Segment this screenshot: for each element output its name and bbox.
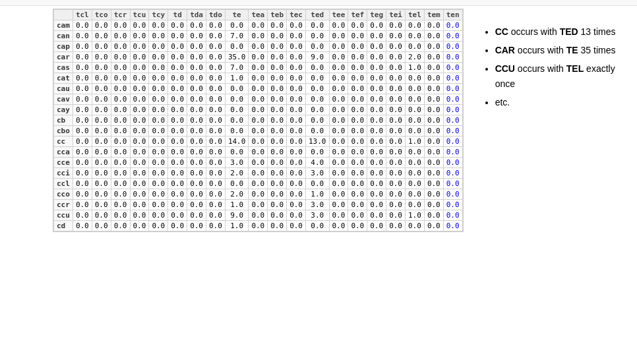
cell-12-12: 0.0	[287, 147, 306, 158]
cell-15-3: 0.0	[111, 179, 130, 189]
cell-19-18: 0.0	[406, 221, 425, 231]
cell-17-13: 3.0	[306, 200, 330, 210]
cell-16-14: 0.0	[329, 189, 348, 200]
cell-13-19: 0.0	[424, 158, 443, 168]
cell-17-8: 0.0	[206, 200, 226, 210]
bullet-item-0: CC occurs with TED 13 times	[495, 24, 617, 40]
cell-9-6: 0.0	[168, 115, 187, 126]
cell-4-1: 0.0	[73, 63, 92, 73]
cell-10-8: 0.0	[206, 126, 226, 136]
cell-15-13: 0.0	[306, 179, 330, 189]
cell-0-14: 0.0	[329, 20, 348, 31]
cell-12-6: 0.0	[168, 147, 187, 158]
cell-14-14: 0.0	[329, 168, 348, 179]
col-header-tda: tda	[187, 10, 206, 20]
col-header-td: td	[168, 10, 187, 20]
row-label: cat	[54, 73, 73, 84]
row-label: cc	[54, 136, 73, 147]
cell-16-12: 0.0	[287, 189, 306, 200]
cell-10-5: 0.0	[149, 126, 168, 136]
cell-5-5: 0.0	[149, 73, 168, 84]
cell-11-6: 0.0	[168, 136, 187, 147]
cell-16-16: 0.0	[367, 189, 386, 200]
cell-12-2: 0.0	[92, 147, 111, 158]
cell-14-11: 0.0	[268, 168, 287, 179]
cell-2-18: 0.0	[406, 42, 425, 52]
cell-7-9: 0.0	[225, 94, 249, 105]
cell-7-1: 0.0	[73, 94, 92, 105]
cell-9-8: 0.0	[206, 115, 226, 126]
cell-15-15: 0.0	[348, 179, 367, 189]
cell-1-5: 0.0	[149, 31, 168, 42]
cell-9-5: 0.0	[149, 115, 168, 126]
cell-2-10: 0.0	[249, 42, 268, 52]
cell-5-10: 0.0	[249, 73, 268, 84]
cell-18-2: 0.0	[92, 210, 111, 221]
cell-4-11: 0.0	[268, 63, 287, 73]
cell-10-18: 0.0	[406, 126, 425, 136]
cell-7-11: 0.0	[268, 94, 287, 105]
cell-4-8: 0.0	[206, 63, 226, 73]
col-header-tcr: tcr	[111, 10, 130, 20]
cell-9-3: 0.0	[111, 115, 130, 126]
row-label: ccl	[54, 179, 73, 189]
cell-2-17: 0.0	[386, 42, 406, 52]
cell-5-16: 0.0	[367, 73, 386, 84]
cell-5-9: 1.0	[225, 73, 249, 84]
cell-17-3: 0.0	[111, 200, 130, 210]
cell-10-12: 0.0	[287, 126, 306, 136]
cell-14-10: 0.0	[249, 168, 268, 179]
cell-13-20: 0.0	[443, 158, 462, 168]
cell-3-14: 0.0	[329, 52, 348, 63]
cell-12-17: 0.0	[386, 147, 406, 158]
cell-13-10: 0.0	[249, 158, 268, 168]
cell-18-9: 9.0	[225, 210, 249, 221]
cell-2-19: 0.0	[424, 42, 443, 52]
cell-1-12: 0.0	[287, 31, 306, 42]
cell-6-14: 0.0	[329, 84, 348, 94]
cell-0-9: 0.0	[225, 20, 249, 31]
cell-19-10: 0.0	[249, 221, 268, 231]
cell-13-18: 0.0	[406, 158, 425, 168]
cell-14-18: 0.0	[406, 168, 425, 179]
cell-0-19: 0.0	[424, 20, 443, 31]
cell-19-2: 0.0	[92, 221, 111, 231]
cell-4-15: 0.0	[348, 63, 367, 73]
cell-18-19: 0.0	[424, 210, 443, 221]
cell-12-18: 0.0	[406, 147, 425, 158]
cell-9-9: 0.0	[225, 115, 249, 126]
cell-9-4: 0.0	[130, 115, 149, 126]
row-label: cb	[54, 115, 73, 126]
cell-12-15: 0.0	[348, 147, 367, 158]
cell-3-12: 0.0	[287, 52, 306, 63]
cell-14-8: 0.0	[206, 168, 226, 179]
cell-8-8: 0.0	[206, 105, 226, 115]
cell-8-2: 0.0	[92, 105, 111, 115]
cell-9-2: 0.0	[92, 115, 111, 126]
cell-19-14: 0.0	[329, 221, 348, 231]
cell-15-1: 0.0	[73, 179, 92, 189]
cell-17-14: 0.0	[329, 200, 348, 210]
cell-4-19: 0.0	[424, 63, 443, 73]
cell-9-10: 0.0	[249, 115, 268, 126]
cell-15-4: 0.0	[130, 179, 149, 189]
cell-2-6: 0.0	[168, 42, 187, 52]
cell-6-13: 0.0	[306, 84, 330, 94]
cell-12-5: 0.0	[149, 147, 168, 158]
bullet-desc-1: occurs with	[515, 45, 566, 55]
cell-6-10: 0.0	[249, 84, 268, 94]
cell-13-2: 0.0	[92, 158, 111, 168]
table-row: cap0.00.00.00.00.00.00.00.00.00.00.00.00…	[54, 42, 463, 52]
cell-12-11: 0.0	[268, 147, 287, 158]
cell-8-5: 0.0	[149, 105, 168, 115]
cell-7-3: 0.0	[111, 94, 130, 105]
bullet-item-1: CAR occurs with TE 35 times	[495, 43, 617, 59]
cell-2-8: 0.0	[206, 42, 226, 52]
cell-6-11: 0.0	[268, 84, 287, 94]
cell-11-3: 0.0	[111, 136, 130, 147]
cell-9-7: 0.0	[187, 115, 206, 126]
cell-8-13: 0.0	[306, 105, 330, 115]
cell-12-1: 0.0	[73, 147, 92, 158]
cell-6-3: 0.0	[111, 84, 130, 94]
cell-11-7: 0.0	[187, 136, 206, 147]
